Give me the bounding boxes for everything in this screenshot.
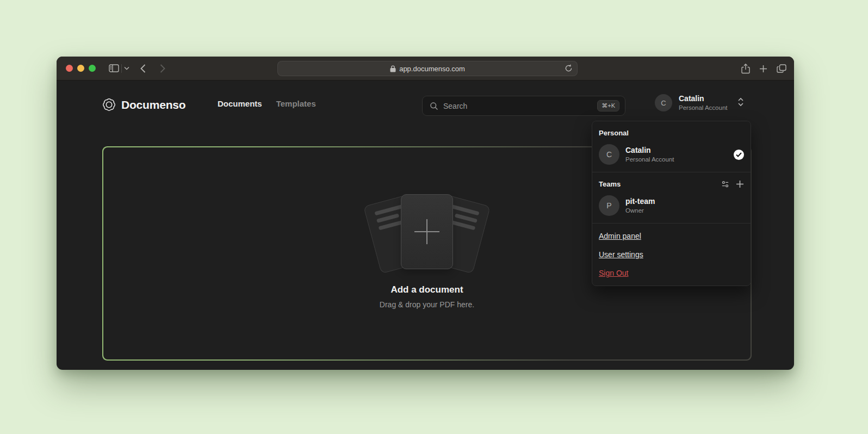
document-stack-illustration bbox=[362, 192, 492, 275]
text-line bbox=[374, 204, 405, 215]
documenso-logo-icon bbox=[102, 98, 116, 111]
share-icon[interactable] bbox=[741, 64, 750, 74]
search-icon bbox=[430, 102, 438, 110]
manage-teams-sliders-icon[interactable] bbox=[721, 180, 729, 188]
sidebar-toggle-icon[interactable] bbox=[109, 64, 119, 72]
avatar: C bbox=[599, 144, 619, 165]
add-document-card[interactable] bbox=[401, 194, 453, 269]
menu-item-admin-panel[interactable]: Admin panel bbox=[592, 227, 751, 245]
account-menu-button[interactable]: C Catalin Personal Account bbox=[655, 94, 744, 111]
nav-documents[interactable]: Documents bbox=[218, 99, 262, 108]
menu-item-user-settings[interactable]: User settings bbox=[592, 245, 751, 264]
brand-name: Documenso bbox=[121, 98, 185, 111]
zoom-window-button[interactable] bbox=[89, 65, 96, 72]
teams-heading-label: Teams bbox=[599, 180, 621, 188]
team-item[interactable]: P pit-team Owner bbox=[592, 191, 751, 220]
toolbar-right-actions bbox=[741, 57, 786, 80]
search-input[interactable] bbox=[443, 102, 597, 110]
forward-button-icon[interactable] bbox=[160, 64, 165, 73]
new-tab-plus-icon[interactable] bbox=[759, 65, 767, 73]
selected-check-icon bbox=[734, 150, 744, 160]
tab-overview-icon[interactable] bbox=[777, 64, 786, 73]
toolbar-divider bbox=[121, 64, 122, 73]
personal-heading-label: Personal bbox=[599, 129, 629, 137]
account-subtitle: Personal Account bbox=[679, 104, 728, 111]
address-bar[interactable]: app.documenso.com bbox=[277, 61, 578, 76]
dropzone-subtitle: Drag & drop your PDF here. bbox=[103, 300, 751, 309]
close-window-button[interactable] bbox=[66, 65, 73, 72]
menu-divider bbox=[592, 172, 751, 172]
browser-toolbar: app.documenso.com bbox=[57, 57, 794, 80]
reload-icon[interactable] bbox=[565, 64, 572, 74]
nav-templates[interactable]: Templates bbox=[276, 99, 316, 108]
personal-section-heading: Personal bbox=[592, 125, 751, 140]
personal-account-item[interactable]: C Catalin Personal Account bbox=[592, 140, 751, 169]
account-name: Catalin bbox=[679, 94, 728, 104]
browser-window: app.documenso.com bbox=[57, 57, 794, 370]
personal-account-name: Catalin bbox=[625, 146, 728, 156]
menu-divider bbox=[592, 223, 751, 224]
brand[interactable]: Documenso bbox=[102, 98, 185, 111]
back-button-icon[interactable] bbox=[140, 64, 146, 73]
address-bar-url: app.documenso.com bbox=[399, 65, 465, 73]
sidebar-chevron-down-icon[interactable] bbox=[124, 66, 129, 70]
text-line bbox=[449, 204, 480, 215]
team-avatar: P bbox=[599, 195, 619, 216]
search-bar[interactable]: ⌘+K bbox=[422, 96, 625, 116]
window-controls bbox=[57, 65, 96, 72]
plus-icon bbox=[414, 219, 439, 244]
team-role: Owner bbox=[625, 207, 744, 214]
chevron-up-down-icon bbox=[737, 97, 744, 108]
menu-item-sign-out[interactable]: Sign Out bbox=[592, 264, 751, 282]
primary-nav: Documents Templates bbox=[218, 99, 316, 108]
avatar: C bbox=[655, 94, 672, 111]
team-name: pit-team bbox=[625, 197, 744, 207]
account-dropdown-menu: Personal C Catalin Personal Account Team… bbox=[592, 121, 751, 286]
teams-section-heading: Teams bbox=[592, 176, 751, 191]
personal-account-subtitle: Personal Account bbox=[625, 156, 728, 163]
create-team-plus-icon[interactable] bbox=[736, 180, 744, 188]
dropzone-title: Add a document bbox=[103, 284, 751, 295]
desktop: app.documenso.com bbox=[0, 0, 868, 434]
minimize-window-button[interactable] bbox=[77, 65, 84, 72]
search-shortcut-badge: ⌘+K bbox=[597, 100, 619, 111]
tls-lock-icon bbox=[390, 65, 396, 72]
